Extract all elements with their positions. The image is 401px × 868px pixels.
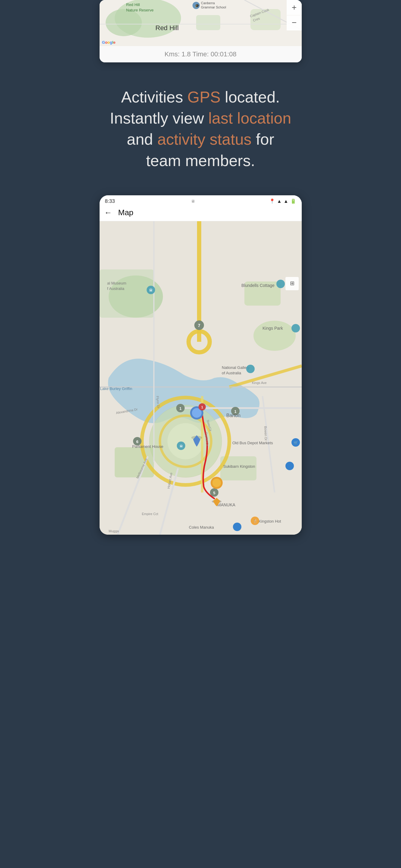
screen-icon: 🖥 — [191, 199, 195, 204]
promo-text: Activities GPS located. Instantly view l… — [30, 87, 371, 171]
location-icon: 📍 — [269, 198, 275, 204]
top-map-svg: Red Hill Nature Reserve Red Hill 🎓 Canbe… — [99, 0, 302, 46]
svg-text:National Gallery: National Gallery — [222, 365, 250, 370]
svg-text:1: 1 — [201, 405, 203, 409]
svg-text:🏛: 🏛 — [179, 444, 182, 448]
svg-text:Canberra: Canberra — [201, 1, 215, 5]
back-button[interactable]: ← — [105, 208, 112, 217]
phone-map: 7 1 1 6 5 al Museum f Australia — [99, 221, 302, 535]
svg-text:Mugga: Mugga — [109, 529, 119, 533]
phone-mockup: 8:33 🖥 📍 ▲ ▲ 🔋 ← Map — [99, 195, 302, 535]
svg-text:Old Bus Depot Markets: Old Bus Depot Markets — [232, 441, 273, 445]
svg-text:Coles Manuka: Coles Manuka — [189, 525, 214, 530]
svg-point-63 — [246, 365, 255, 373]
trip-stats-text: Kms: 1.8 Time: 00:01:08 — [165, 50, 236, 58]
svg-text:Lake Burley Griffin: Lake Burley Griffin — [100, 386, 132, 391]
svg-text:−: − — [291, 18, 296, 27]
svg-text:Red Hill: Red Hill — [155, 24, 179, 32]
promo-line1: Activities GPS located. — [121, 88, 280, 106]
svg-text:6: 6 — [136, 439, 138, 444]
svg-text:+: + — [291, 3, 296, 12]
svg-text:Parliament House: Parliament House — [132, 444, 163, 449]
svg-text:Google: Google — [102, 40, 116, 44]
svg-point-58 — [277, 280, 285, 288]
svg-text:Kings Ave: Kings Ave — [252, 381, 267, 384]
svg-point-89 — [233, 523, 241, 531]
svg-point-96 — [212, 478, 221, 487]
svg-text:Barton: Barton — [226, 413, 240, 418]
signal-icon: ▲ — [284, 198, 288, 204]
wifi-icon: ▲ — [277, 198, 282, 204]
svg-text:Bowen Dr: Bowen Dr — [264, 426, 268, 441]
svg-rect-23 — [99, 270, 154, 318]
svg-text:al Museum: al Museum — [107, 281, 126, 285]
svg-text:Sukibarn Kingston: Sukibarn Kingston — [223, 464, 255, 469]
svg-rect-3 — [196, 15, 220, 30]
promo-line4: team members. — [146, 152, 255, 169]
promo-line3: and activity status for — [127, 130, 274, 148]
promo-line2: Instantly view last location — [110, 110, 291, 127]
svg-point-2 — [106, 9, 142, 36]
phone-header: ← Map — [99, 206, 302, 221]
svg-text:Grammar School: Grammar School — [201, 5, 226, 9]
svg-point-60 — [291, 324, 300, 333]
svg-text:🛒: 🛒 — [293, 440, 298, 445]
svg-text:Red Hill: Red Hill — [126, 2, 140, 7]
svg-text:Kings Park: Kings Park — [262, 326, 283, 331]
promo-section: Activities GPS located. Instantly view l… — [0, 62, 401, 195]
top-map-card: Red Hill Nature Reserve Red Hill 🎓 Canbe… — [99, 0, 302, 62]
map-title: Map — [118, 208, 134, 217]
status-bar: 8:33 🖥 📍 ▲ ▲ 🔋 — [99, 195, 302, 206]
svg-text:🍴: 🍴 — [253, 519, 257, 523]
svg-point-85 — [285, 462, 294, 470]
svg-text:Nature Reserve: Nature Reserve — [126, 8, 153, 12]
svg-text:Blundells Cottage: Blundells Cottage — [241, 283, 275, 288]
svg-text:Kingston Hot: Kingston Hot — [259, 519, 281, 524]
svg-text:🎓: 🎓 — [195, 3, 199, 8]
battery-icon: 🔋 — [290, 198, 296, 204]
svg-text:f Australia: f Australia — [107, 286, 124, 291]
svg-point-26 — [254, 321, 296, 351]
svg-text:MANUKA: MANUKA — [217, 502, 236, 507]
svg-text:5: 5 — [213, 491, 215, 495]
status-icons: 📍 ▲ ▲ 🔋 — [269, 198, 296, 204]
svg-text:7: 7 — [198, 323, 200, 328]
svg-text:1: 1 — [179, 406, 181, 411]
top-map-area: Red Hill Nature Reserve Red Hill 🎓 Canbe… — [99, 0, 302, 46]
svg-text:🏛: 🏛 — [149, 288, 153, 292]
svg-text:⊞: ⊞ — [290, 280, 294, 286]
status-time: 8:33 — [105, 198, 115, 204]
svg-text:Empire Cct: Empire Cct — [142, 512, 158, 516]
svg-text:of Australia: of Australia — [222, 371, 241, 375]
phone-map-svg: 7 1 1 6 5 al Museum f Australia — [99, 221, 302, 535]
trip-stats: Kms: 1.8 Time: 00:01:08 — [99, 46, 302, 62]
